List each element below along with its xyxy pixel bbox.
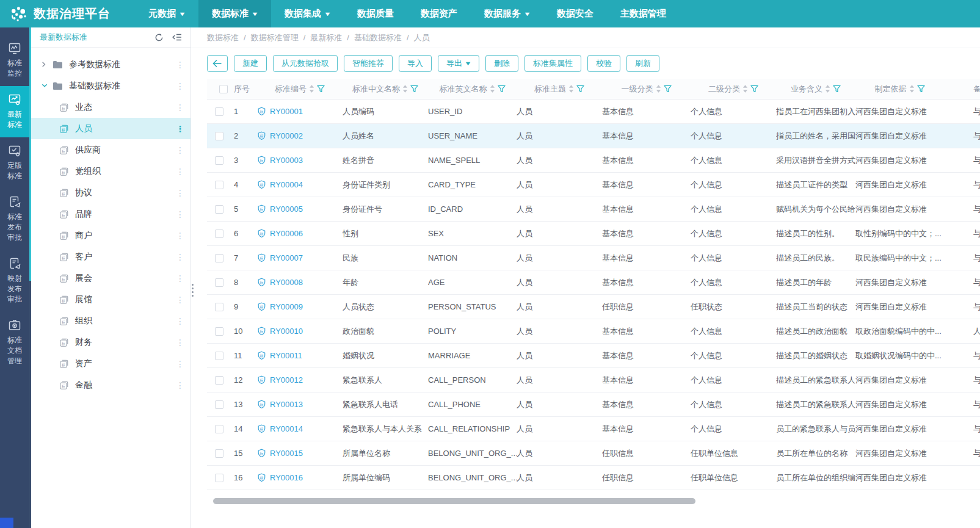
filter-funnel-icon[interactable]	[498, 85, 506, 93]
cell-standard-code[interactable]: 标 RY00011	[257, 351, 343, 360]
table-row[interactable]: 8 标 RY00008 年龄 AGE 人员 基本信息	[207, 270, 980, 295]
rail-item-latest-standard[interactable]: 最新标准	[0, 86, 29, 137]
toolbar-button[interactable]: 刷新 ▼	[626, 55, 659, 72]
breadcrumb-item[interactable]: 数据标准管理 /	[251, 32, 311, 43]
tree-item[interactable]: 标 金融 ⋮	[31, 374, 191, 396]
breadcrumb-item[interactable]: 基础数据标准 /	[354, 32, 414, 43]
table-row[interactable]: 15 标 RY00015 所属单位名称 BELONG_UNIT_ORG_... …	[207, 441, 980, 466]
tree-item[interactable]: 标 供应商 ⋮	[31, 139, 191, 161]
toolbar-button[interactable]: 校验 ▼	[587, 55, 620, 72]
table-row[interactable]: 3 标 RY00003 姓名拼音 NAME_SPELL 人员	[207, 148, 980, 173]
horizontal-scrollbar-thumb[interactable]	[213, 498, 695, 504]
cell-standard-code[interactable]: 标 RY00004	[257, 180, 343, 189]
table-row[interactable]: 5 标 RY00005 身份证件号 ID_CARD 人员	[207, 197, 980, 222]
table-row[interactable]: 10 标 RY00010 政治面貌 POLITY 人员	[207, 319, 980, 344]
tree-item[interactable]: 标 基础数据标准 ⋮	[31, 75, 191, 96]
more-actions-icon[interactable]: ⋮	[176, 380, 184, 390]
filter-funnel-icon[interactable]	[664, 85, 672, 93]
sort-icon[interactable]	[742, 85, 748, 93]
sort-icon[interactable]	[656, 85, 661, 93]
breadcrumb-item[interactable]: 最新标准 /	[310, 32, 354, 43]
back-button[interactable]	[207, 55, 228, 72]
table-row[interactable]: 16 标 RY00016 所属单位编码 BELONG_UNIT_ORG_... …	[207, 466, 980, 490]
sort-icon[interactable]	[309, 85, 314, 93]
row-checkbox[interactable]	[215, 205, 223, 214]
row-checkbox[interactable]	[215, 449, 223, 458]
more-actions-icon[interactable]: ⋮	[176, 188, 184, 198]
table-row[interactable]: 6 标 RY00006 性别 SEX 人员 基本信息	[207, 222, 980, 246]
table-row[interactable]: 14 标 RY00014 紧急联系人与本人关系 CALL_RELATIONSHI…	[207, 417, 980, 441]
row-checkbox[interactable]	[215, 303, 223, 311]
table-row[interactable]: 2 标 RY00002 人员姓名 USER_NAME 人员	[207, 124, 980, 148]
bottom-left-corner-tab[interactable]	[0, 518, 13, 528]
cell-standard-code[interactable]: 标 RY00003	[257, 156, 343, 165]
tree-item[interactable]: 标 展会 ⋮	[31, 267, 191, 289]
row-checkbox[interactable]	[215, 278, 223, 287]
row-checkbox[interactable]	[215, 400, 223, 409]
cell-standard-code[interactable]: 标 RY00013	[257, 400, 343, 409]
breadcrumb-item[interactable]: 人员 /	[414, 32, 430, 43]
table-row[interactable]: 12 标 RY00012 紧急联系人 CALL_PERSON 人员	[207, 368, 980, 392]
more-actions-icon[interactable]: ⋮	[176, 295, 184, 305]
cell-standard-code[interactable]: 标 RY00002	[257, 131, 343, 140]
toolbar-button[interactable]: 从元数据拾取 ▼	[273, 55, 338, 72]
toolbar-button[interactable]: 导入 ▼	[399, 55, 432, 72]
breadcrumb-item[interactable]: 数据标准 /	[207, 32, 251, 43]
toolbar-button[interactable]: 新建 ▼	[234, 55, 267, 72]
cell-standard-code[interactable]: 标 RY00006	[257, 229, 343, 238]
cell-standard-code[interactable]: 标 RY00016	[257, 473, 343, 482]
nav-menu-item[interactable]: 数据服务 ▼	[471, 0, 543, 27]
tree-item[interactable]: 标 商户 ⋮	[31, 225, 191, 246]
tree-item[interactable]: 标 财务 ⋮	[31, 331, 191, 353]
tree-item[interactable]: 标 党组织 ⋮	[31, 161, 191, 182]
rail-item-mapping-publish-approval[interactable]: 映射发布审批	[0, 250, 29, 312]
nav-menu-item[interactable]: 数据资产 ▼	[407, 0, 471, 27]
nav-menu-item[interactable]: 数据标准 ▼	[198, 0, 271, 27]
toolbar-button[interactable]: 智能推荐 ▼	[344, 55, 393, 72]
cell-standard-code[interactable]: 标 RY00007	[257, 253, 343, 262]
sort-icon[interactable]	[568, 85, 574, 93]
row-checkbox[interactable]	[215, 352, 223, 360]
filter-funnel-icon[interactable]	[576, 85, 584, 93]
nav-menu-item[interactable]: 元数据 ▼	[135, 0, 198, 27]
more-actions-icon[interactable]: ⋮	[176, 231, 184, 240]
row-checkbox[interactable]	[215, 254, 223, 262]
sort-icon[interactable]	[490, 85, 495, 93]
sort-icon[interactable]	[909, 85, 915, 93]
filter-funnel-icon[interactable]	[750, 85, 758, 93]
refresh-icon[interactable]	[154, 33, 164, 42]
nav-menu-item[interactable]: 数据安全 ▼	[543, 0, 607, 27]
nav-menu-item[interactable]: 数据集成 ▼	[271, 0, 344, 27]
cell-standard-code[interactable]: 标 RY00001	[257, 107, 343, 116]
more-actions-icon[interactable]: ⋮	[176, 145, 184, 155]
tree-item[interactable]: 标 业态 ⋮	[31, 96, 191, 118]
tree-item[interactable]: 标 协议 ⋮	[31, 182, 191, 203]
nav-menu-item[interactable]: 数据质量 ▼	[344, 0, 407, 27]
filter-funnel-icon[interactable]	[833, 85, 841, 93]
table-row[interactable]: 11 标 RY00011 婚姻状况 MARRIAGE 人员	[207, 344, 980, 368]
table-row[interactable]: 7 标 RY00007 民族 NATION 人员 基本	[207, 246, 980, 270]
table-row[interactable]: 4 标 RY00004 身份证件类别 CARD_TYPE 人员	[207, 173, 980, 197]
more-actions-icon[interactable]: ⋮	[176, 60, 184, 70]
cell-standard-code[interactable]: 标 RY00010	[257, 327, 343, 336]
cell-standard-code[interactable]: 标 RY00012	[257, 375, 343, 385]
filter-funnel-icon[interactable]	[410, 85, 418, 93]
filter-funnel-icon[interactable]	[917, 85, 925, 93]
toolbar-button[interactable]: 导出 ▼	[438, 55, 479, 72]
row-checkbox[interactable]	[215, 425, 223, 433]
filter-funnel-icon[interactable]	[317, 85, 325, 93]
table-row[interactable]: 13 标 RY00013 紧急联系人电话 CALL_PHONE 人员	[207, 392, 980, 417]
toolbar-button[interactable]: 删除 ▼	[485, 55, 518, 72]
cell-standard-code[interactable]: 标 RY00015	[257, 449, 343, 458]
row-checkbox[interactable]	[215, 156, 223, 165]
sort-icon[interactable]	[825, 85, 830, 93]
collapse-panel-icon[interactable]	[172, 32, 182, 42]
panel-resize-handle[interactable]	[192, 284, 194, 297]
more-actions-icon[interactable]: ⋮	[176, 359, 184, 369]
tree-item[interactable]: 标 客户 ⋮	[31, 246, 191, 267]
more-actions-icon[interactable]: ⋮	[176, 124, 184, 134]
cell-standard-code[interactable]: 标 RY00009	[257, 302, 343, 311]
more-actions-icon[interactable]: ⋮	[176, 167, 184, 176]
row-checkbox[interactable]	[215, 181, 223, 189]
tree-item[interactable]: 标 人员 ⋮	[31, 118, 191, 139]
